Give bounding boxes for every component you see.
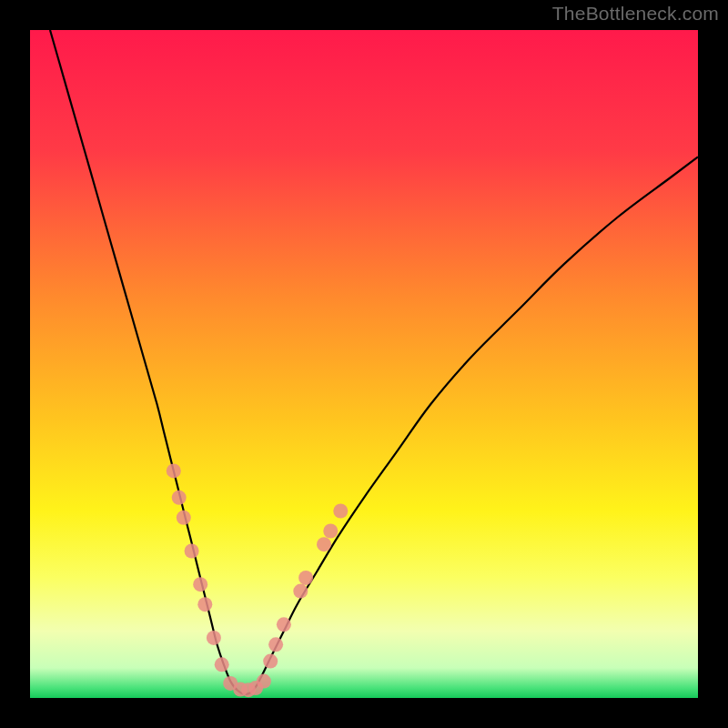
marker-dot — [185, 544, 199, 559]
marker-dot — [277, 617, 291, 632]
marker-dot — [257, 674, 271, 689]
marker-dot — [197, 597, 212, 612]
marker-dot — [263, 654, 278, 669]
bottleneck-chart — [30, 30, 698, 698]
marker-dot — [298, 571, 313, 585]
marker-dot — [177, 511, 191, 525]
watermark-label: TheBottleneck.com — [552, 3, 719, 25]
chart-frame: TheBottleneck.com — [0, 0, 728, 728]
marker-dot — [193, 577, 207, 592]
marker-dot — [215, 657, 229, 672]
chart-background — [30, 30, 698, 698]
marker-dot — [293, 584, 308, 599]
marker-dot — [172, 490, 187, 505]
marker-dot — [207, 631, 221, 645]
marker-dot — [333, 504, 348, 519]
marker-dot — [167, 463, 181, 478]
marker-dot — [323, 524, 338, 539]
marker-dot — [317, 537, 331, 551]
marker-dot — [268, 637, 283, 652]
